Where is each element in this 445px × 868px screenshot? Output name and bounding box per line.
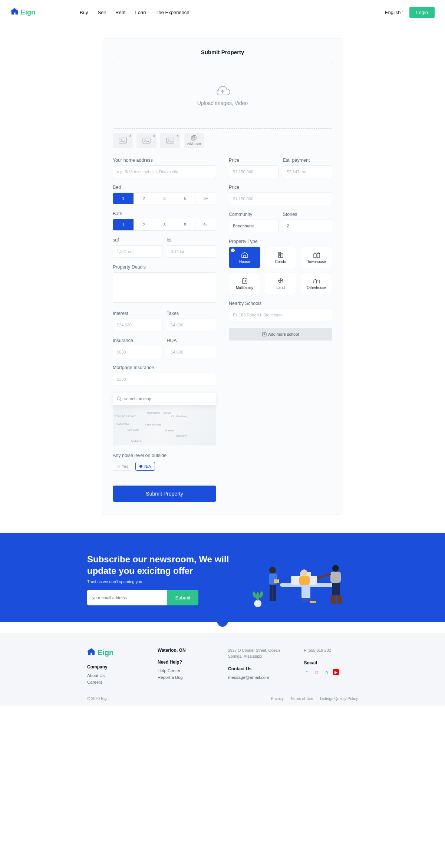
copyright: © 2020 Eign — [87, 696, 109, 701]
svg-rect-13 — [317, 254, 320, 257]
add-icon — [262, 332, 267, 336]
help-heading: Need Help? — [158, 660, 217, 665]
link-about[interactable]: About Us — [87, 673, 146, 678]
nav-experience[interactable]: The Experience — [155, 10, 189, 15]
link-report-bug[interactable]: Report a Bug — [158, 675, 217, 680]
subscribe-email-input[interactable] — [87, 590, 167, 605]
map-label: COLLEGE POINT — [115, 415, 136, 418]
type-label-text: Condo — [275, 260, 286, 264]
map-preview[interactable]: COLLEGE POINT FLUSHING BAYSIDE Manhasset… — [113, 405, 216, 445]
schools-label: Nearby Schools — [229, 301, 332, 306]
taxes-input[interactable] — [167, 319, 217, 331]
other-icon — [313, 277, 320, 284]
est-input[interactable] — [283, 165, 333, 178]
hoa-label: HOA — [167, 338, 217, 343]
svg-rect-27 — [301, 585, 310, 598]
add-school-button[interactable]: Add more school — [229, 328, 332, 341]
login-button[interactable]: Login — [409, 7, 435, 18]
type-townhouse[interactable]: Townhouse — [301, 247, 332, 268]
bath-opt-6p[interactable]: 6+ — [195, 219, 216, 230]
link-careers[interactable]: Careers — [87, 680, 146, 684]
building-icon — [277, 251, 284, 258]
lot-input[interactable] — [167, 245, 217, 258]
nav-loan[interactable]: Loan — [135, 10, 146, 15]
community-input[interactable] — [229, 220, 278, 232]
bath-opt-1[interactable]: 1 — [113, 219, 134, 230]
mi-label: Mortgage Insurance — [113, 365, 216, 370]
stories-input[interactable] — [283, 220, 333, 232]
noise-label: Any noise level on outside — [113, 453, 216, 458]
sqf-input[interactable] — [113, 245, 162, 258]
close-icon[interactable]: × — [177, 134, 179, 138]
svg-rect-10 — [278, 252, 281, 257]
link-terms[interactable]: Terms of Use — [290, 696, 313, 701]
type-multifamily[interactable]: Multifamily — [229, 273, 260, 294]
footer-logo[interactable]: Eign — [87, 648, 146, 658]
bath-opt-3[interactable]: 3 — [154, 219, 175, 230]
address-input[interactable] — [113, 165, 216, 178]
bed-opt-3[interactable]: 3 — [154, 193, 175, 204]
nav-sell[interactable]: Sell — [98, 10, 106, 15]
community-label: Community — [229, 212, 278, 217]
add-thumb-button[interactable]: Add more — [184, 133, 204, 148]
thumb-1[interactable]: × — [113, 133, 133, 148]
bed-opt-1[interactable]: 1 — [113, 193, 134, 204]
svg-rect-26 — [299, 576, 310, 585]
bath-opt-2[interactable]: 2 — [134, 219, 155, 230]
close-icon[interactable]: × — [153, 134, 155, 138]
media-upload[interactable]: Upload images, Video — [113, 62, 332, 129]
map-label: BAYSIDE — [128, 428, 139, 431]
link-help-center[interactable]: Help Center — [158, 668, 217, 673]
logo[interactable]: Eign — [10, 7, 35, 17]
thumb-2[interactable]: × — [136, 133, 156, 148]
thumb-3[interactable]: × — [160, 133, 180, 148]
noise-yes-label: Yes — [122, 464, 128, 468]
subscribe-button[interactable]: Submit — [167, 590, 198, 605]
svg-point-20 — [269, 567, 276, 573]
type-house[interactable]: House — [229, 247, 260, 268]
instagram-icon[interactable]: ◎ — [314, 669, 320, 675]
hoa-input[interactable] — [167, 346, 217, 358]
price2-input[interactable] — [229, 193, 332, 205]
link-quality[interactable]: Listings Quality Policy — [320, 696, 358, 701]
type-other[interactable]: Otherhouse — [301, 273, 332, 294]
nav-buy[interactable]: Buy — [80, 10, 88, 15]
insurance-input[interactable] — [113, 346, 162, 358]
bed-label: Bed — [113, 185, 216, 190]
link-privacy[interactable]: Privacy — [271, 696, 284, 701]
svg-rect-31 — [330, 572, 341, 583]
school-input[interactable] — [229, 309, 332, 321]
price-input[interactable] — [229, 165, 278, 178]
type-label: Property Type — [229, 239, 332, 244]
submit-property-button[interactable]: Submit Property — [113, 486, 216, 502]
details-textarea[interactable] — [113, 272, 216, 303]
facebook-icon[interactable]: f — [304, 669, 310, 675]
nav-rent[interactable]: Rent — [115, 10, 125, 15]
close-icon[interactable]: × — [129, 134, 131, 138]
bed-opt-2[interactable]: 2 — [134, 193, 155, 204]
map-search-input[interactable] — [113, 392, 216, 405]
bed-opt-6p[interactable]: 6+ — [195, 193, 216, 204]
noise-yes[interactable]: Yes — [113, 462, 132, 471]
svg-point-1 — [121, 139, 122, 140]
bath-opt-5[interactable]: 5 — [175, 219, 196, 230]
svg-rect-24 — [274, 579, 279, 583]
type-condo[interactable]: Condo — [265, 247, 296, 268]
linkedin-icon[interactable]: in — [323, 669, 329, 675]
bed-toggle[interactable]: 1 2 3 5 6+ — [113, 193, 216, 204]
map-label: Roslyn — [163, 411, 171, 414]
svg-rect-22 — [270, 585, 273, 601]
bed-opt-5[interactable]: 5 — [175, 193, 196, 204]
add-school-label: Add more school — [268, 332, 299, 336]
youtube-icon[interactable]: ▶ — [333, 669, 339, 675]
mi-input[interactable] — [113, 373, 216, 385]
house-icon — [10, 7, 19, 17]
bath-toggle[interactable]: 1 2 3 5 6+ — [113, 219, 216, 231]
type-land[interactable]: Land — [265, 273, 296, 294]
interest-input[interactable] — [113, 319, 162, 331]
taxes-label: Taxes — [167, 311, 217, 316]
townhouse-icon — [313, 251, 320, 258]
footer-email[interactable]: message@email.com — [228, 675, 293, 680]
noise-na[interactable]: N/A — [135, 462, 155, 471]
language-select[interactable]: English — [385, 10, 403, 15]
